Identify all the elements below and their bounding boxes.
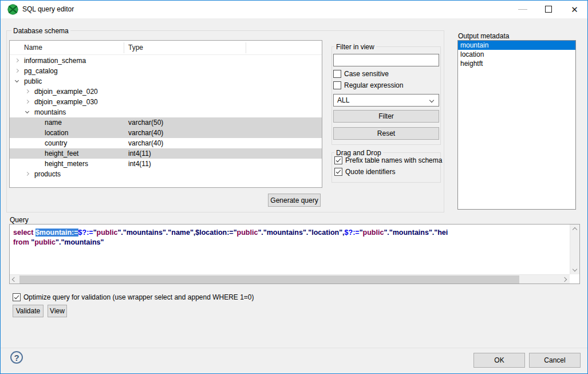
column-header-type[interactable]: Type	[128, 44, 143, 52]
tree-cell-name: products	[34, 170, 61, 178]
ok-button[interactable]: OK	[473, 353, 525, 368]
scroll-up-icon[interactable]	[573, 227, 577, 232]
tree-cell-name: country	[45, 139, 67, 147]
query-token: public	[34, 238, 56, 246]
query-token: from	[13, 238, 31, 246]
help-button[interactable]: ?	[10, 351, 23, 364]
tree-row-location[interactable]: locationvarchar(40)	[10, 128, 322, 138]
tree-cell-name: height_feet	[45, 149, 78, 158]
tree-cell-name: height_meters	[45, 160, 88, 168]
column-divider[interactable]	[246, 42, 246, 53]
query-token: "."mountains"."name",$location:="	[117, 229, 236, 237]
drag-and-drop-label: Drag and Drop	[334, 149, 383, 157]
filter-input[interactable]	[333, 54, 439, 66]
query-line: select $mountain:=$?:="public"."mountain…	[13, 228, 568, 238]
chevron-down-icon[interactable]	[15, 78, 19, 82]
tree-cell-name: public	[24, 77, 42, 85]
column-header-name[interactable]: Name	[24, 44, 42, 52]
tree-row-country[interactable]: countryvarchar(40)	[10, 138, 322, 148]
generate-query-button[interactable]: Generate query	[268, 194, 321, 207]
tree-row-height_meters[interactable]: height_metersint4(11)	[10, 159, 322, 169]
chevron-down-icon[interactable]	[25, 109, 29, 113]
scrollbar-thumb[interactable]	[19, 275, 519, 284]
maximize-icon	[545, 6, 552, 13]
horizontal-scrollbar[interactable]	[10, 274, 570, 284]
reset-button[interactable]: Reset	[333, 127, 439, 140]
column-divider[interactable]	[124, 42, 124, 53]
chevron-down-icon	[429, 98, 434, 103]
query-line: from "public"."mountains"	[13, 238, 568, 247]
checkbox-icon	[333, 81, 341, 89]
filter-button[interactable]: Filter	[333, 110, 439, 123]
tree-row-pg_catalog[interactable]: pg_catalog	[10, 66, 322, 76]
chevron-right-icon[interactable]	[15, 69, 19, 73]
tree-row-name[interactable]: namevarchar(50)	[10, 117, 322, 128]
query-token: public	[363, 229, 384, 237]
database-schema-label: Database schema	[11, 27, 70, 35]
query-token: public	[97, 229, 118, 237]
tree-row-height_feet[interactable]: height_feetint4(11)	[10, 148, 322, 159]
output-metadata-listbox[interactable]: mountainlocationheightft	[457, 40, 576, 210]
query-token: "."mountains"	[56, 238, 104, 246]
tree-header: Name Type	[10, 41, 322, 55]
schema-tree[interactable]: Name Type information_schemapg_catalogpu…	[9, 40, 322, 188]
scroll-left-icon[interactable]	[12, 277, 17, 282]
checkbox-checked-icon	[334, 168, 342, 176]
tree-cell-name: dbjoin_example_030	[34, 98, 98, 106]
chevron-right-icon[interactable]	[25, 100, 29, 104]
tree-cell-name: information_schema	[24, 57, 86, 65]
checkbox-checked-icon	[334, 156, 342, 164]
chevron-right-icon[interactable]	[25, 172, 29, 176]
query-label: Query	[10, 216, 29, 224]
minimize-button[interactable]	[510, 1, 536, 18]
query-text: select $mountain:=$?:="public"."mountain…	[13, 228, 568, 272]
query-token: $?:=	[345, 229, 360, 237]
output-metadata-label: Output metadata	[458, 32, 509, 40]
scroll-right-icon[interactable]	[562, 277, 567, 282]
tree-row-mountains[interactable]: mountains	[10, 107, 322, 117]
tree-cell-type: varchar(50)	[128, 119, 163, 127]
tree-cell-type: int4(11)	[128, 149, 151, 158]
view-button[interactable]: View	[48, 305, 67, 317]
window-title: SQL query editor	[22, 5, 74, 13]
dropdown-value: ALL	[337, 96, 349, 104]
tree-row-public[interactable]: public	[10, 76, 322, 86]
query-token: "."mountains"."hei	[384, 229, 448, 237]
scroll-down-icon[interactable]	[573, 267, 577, 271]
vertical-scrollbar[interactable]	[570, 225, 579, 274]
tree-row-dbjoin_example_020[interactable]: dbjoin_example_020	[10, 86, 322, 97]
close-icon: ✕	[571, 5, 578, 14]
query-token: $?:=	[78, 229, 93, 237]
chevron-right-icon[interactable]	[25, 89, 29, 93]
prefix-table-names-label: Prefix table names with schema	[345, 156, 442, 164]
checkbox-icon	[333, 70, 341, 78]
tree-cell-type: int4(11)	[128, 160, 151, 168]
optimize-query-label: Optimize query for validation (use wrapp…	[23, 293, 254, 301]
cancel-button[interactable]: Cancel	[529, 353, 581, 368]
maximize-button[interactable]	[536, 1, 562, 18]
sql-query-editor-dialog: SQL query editor ✕ Database schema Name …	[0, 0, 588, 374]
query-token: select	[13, 229, 35, 237]
tree-cell-name: location	[45, 129, 68, 137]
close-button[interactable]: ✕	[562, 1, 587, 18]
checkbox-checked-icon	[13, 293, 21, 301]
tree-cell-name: dbjoin_example_020	[34, 88, 98, 96]
quote-identifiers-label: Quote identifiers	[345, 168, 395, 176]
tree-row-dbjoin_example_030[interactable]: dbjoin_example_030	[10, 97, 322, 107]
case-sensitive-label: Case sensitive	[344, 70, 389, 78]
chevron-right-icon[interactable]	[15, 58, 19, 62]
query-token: "."mountains"."location",	[258, 229, 344, 237]
metadata-item-heightft[interactable]: heightft	[458, 59, 575, 68]
tree-cell-name: name	[45, 119, 62, 127]
metadata-item-mountain[interactable]: mountain	[458, 41, 575, 50]
tree-cell-name: pg_catalog	[24, 67, 58, 75]
filter-scope-dropdown[interactable]: ALL	[333, 94, 439, 107]
minimize-icon	[518, 9, 527, 10]
tree-cell-name: mountains	[34, 108, 66, 116]
validate-button[interactable]: Validate	[13, 305, 44, 317]
tree-row-information_schema[interactable]: information_schema	[10, 56, 322, 66]
tree-row-products[interactable]: products	[10, 169, 322, 179]
query-token: public	[237, 229, 258, 237]
metadata-item-location[interactable]: location	[458, 50, 575, 59]
query-editor[interactable]: select $mountain:=$?:="public"."mountain…	[9, 224, 580, 284]
